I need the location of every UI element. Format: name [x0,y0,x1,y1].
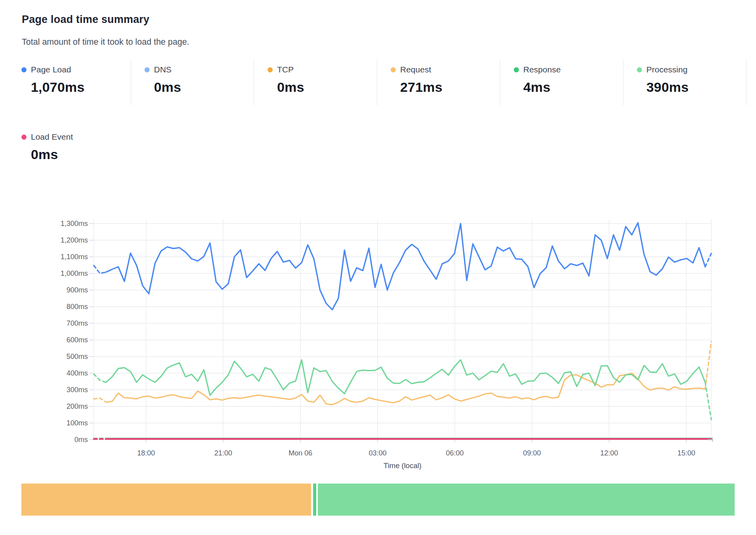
page-load-summary-panel: Page load time summary Total amount of t… [0,0,756,535]
x-tick-label: 06:00 [446,449,463,457]
stat-label: DNS [154,65,171,74]
y-tick-label: 400ms [66,369,88,377]
stat-label: TCP [277,65,294,74]
stat-label: Request [400,65,431,74]
request-series-dot-icon [391,67,396,72]
y-tick-label: 100ms [66,419,88,427]
stat-label: Load Event [31,132,73,142]
y-tick-label: 1,100ms [61,253,88,261]
legend-stat-response[interactable]: Response4ms [500,59,623,105]
y-tick-label: 500ms [66,353,88,360]
x-tick-label: 12:00 [600,449,618,457]
stat-value: 4ms [523,80,623,95]
series-line-page-load-dashed[interactable] [94,266,106,273]
series-line-page-load-dashed[interactable] [705,254,711,267]
y-tick-label: 900ms [66,286,88,294]
legend-stat-tcp[interactable]: TCP0ms [254,59,377,105]
y-tick-label: 1,300ms [61,220,88,228]
x-tick-label: 21:00 [214,449,232,457]
dns-series-dot-icon [144,67,150,72]
legend-stat-dns[interactable]: DNS0ms [131,59,254,105]
page-load-time-chart[interactable]: 0ms100ms200ms300ms400ms500ms600ms700ms80… [0,206,756,483]
series-line-processing-dashed[interactable] [94,374,106,382]
y-tick-label: 600ms [66,336,88,344]
legend-stat-load-event[interactable]: Load Event0ms [8,127,131,173]
page-title: Page load time summary [22,13,150,26]
status-timeline-bar [21,484,735,516]
legend-stat-page-load[interactable]: Page Load1,070ms [8,59,131,105]
y-tick-label: 300ms [66,386,88,394]
series-line-processing-dashed[interactable] [705,382,711,420]
x-tick-label: 03:00 [369,449,386,457]
y-tick-label: 0ms [74,436,88,444]
y-tick-label: 800ms [66,303,88,311]
timeline-segment-period-degraded[interactable] [21,484,311,516]
response-series-dot-icon [514,67,519,72]
timeline-segment-period-ok[interactable] [318,484,735,516]
timeline-segment-period-ok-sliver[interactable] [313,484,316,516]
y-tick-label: 1,000ms [61,269,88,277]
stat-value: 0ms [31,147,131,162]
y-tick-label: 200ms [66,402,88,410]
series-line-request-dashed[interactable] [94,398,106,402]
load-event-series-dot-icon [21,135,27,140]
x-tick-label: 09:00 [523,449,541,457]
page-subtitle: Total amount of time it took to load the… [22,37,189,47]
stat-label: Response [523,65,561,74]
page-load-series-dot-icon [21,67,27,72]
stat-label: Page Load [31,65,71,74]
series-line-request[interactable] [106,373,705,405]
metric-legend-row-2: Load Event0ms [8,127,131,173]
stat-value: 0ms [154,80,254,95]
processing-series-dot-icon [637,67,642,72]
x-tick-label: Mon 06 [289,449,312,457]
stat-value: 1,070ms [31,80,131,95]
legend-stat-request[interactable]: Request271ms [377,59,500,105]
stat-value: 390ms [646,80,746,95]
tcp-series-dot-icon [268,67,273,72]
x-tick-label: 15:00 [677,449,695,457]
x-axis-title: Time (local) [384,461,422,470]
y-tick-label: 1,200ms [61,236,88,244]
stat-value: 0ms [277,80,377,95]
metric-legend-row: Page Load1,070msDNS0msTCP0msRequest271ms… [8,59,747,105]
stat-value: 271ms [400,80,500,95]
stat-label: Processing [646,65,688,74]
series-line-request-dashed[interactable] [705,341,711,389]
y-tick-label: 700ms [66,319,88,327]
x-tick-label: 18:00 [137,449,155,457]
series-line-page-load[interactable] [106,223,705,310]
legend-stat-processing[interactable]: Processing390ms [623,59,747,105]
